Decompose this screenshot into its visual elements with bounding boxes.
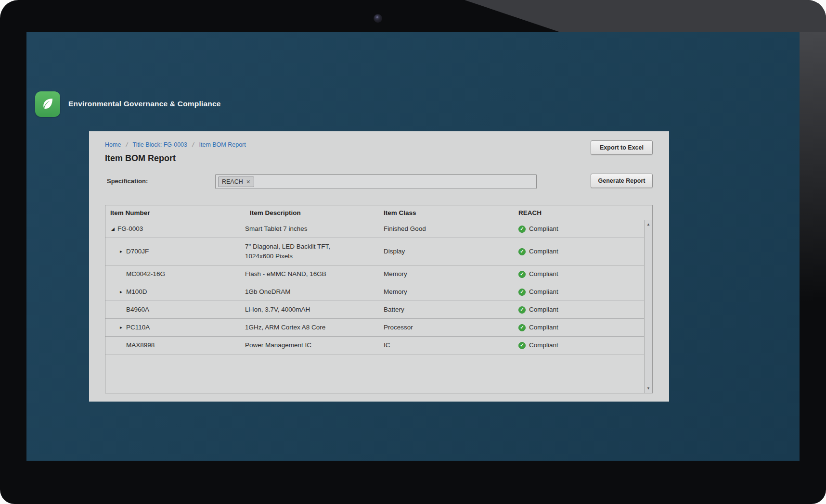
- item-class-cell: Memory: [379, 287, 514, 297]
- specification-tag: REACH ×: [218, 176, 254, 187]
- table-row[interactable]: ▸ PC110A 1GHz, ARM Cortex A8 Core Proces…: [105, 319, 644, 337]
- generate-report-button[interactable]: Generate Report: [591, 174, 653, 188]
- bezel-right-highlight: [800, 32, 826, 301]
- reach-status-cell: ✓ Compliant: [514, 323, 644, 332]
- scroll-up-icon[interactable]: ▲: [645, 221, 652, 228]
- reach-status-label: Compliant: [529, 287, 558, 297]
- specification-label: Specification:: [107, 177, 148, 185]
- reach-status-label: Compliant: [529, 340, 558, 350]
- item-number-cell: ◢ FG-0003: [105, 224, 245, 234]
- app-title: Environmental Governance & Compliance: [68, 100, 221, 108]
- reach-status-cell: ✓ Compliant: [514, 247, 644, 256]
- item-number-label: B4960A: [126, 305, 149, 315]
- reach-status-cell: ✓ Compliant: [514, 340, 644, 350]
- expand-toggle-icon[interactable]: ▸: [120, 287, 126, 297]
- scroll-down-icon[interactable]: ▼: [645, 385, 652, 392]
- compliant-check-icon: ✓: [518, 271, 526, 278]
- table-row[interactable]: ◢ FG-0003 Smart Tablet 7 inches Finished…: [105, 220, 644, 238]
- table-row[interactable]: MAX8998 Power Management IC IC ✓ Complia…: [105, 337, 644, 354]
- reach-status-label: Compliant: [529, 323, 558, 332]
- item-number-label: MC0042-16G: [126, 269, 165, 279]
- expand-toggle-icon[interactable]: ◢: [111, 224, 117, 234]
- webcam: [374, 14, 382, 23]
- column-header-item-description[interactable]: Item Description: [245, 209, 379, 216]
- app-logo: [35, 91, 60, 117]
- tag-remove-icon[interactable]: ×: [246, 178, 250, 185]
- breadcrumb-home-link[interactable]: Home: [105, 141, 121, 148]
- item-number-label: D700JF: [126, 247, 149, 256]
- screen: Environmental Governance & Compliance Ho…: [26, 32, 800, 461]
- table-row[interactable]: MC0042-16G Flash - eMMC NAND, 16GB Memor…: [105, 265, 644, 283]
- column-header-reach[interactable]: REACH: [514, 209, 652, 216]
- specification-input[interactable]: REACH ×: [215, 174, 537, 189]
- export-to-excel-button[interactable]: Export to Excel: [591, 140, 653, 155]
- table-row[interactable]: ▸ M100D 1Gb OneDRAM Memory ✓ Compliant: [105, 283, 644, 301]
- item-description-cell: Smart Tablet 7 inches: [245, 224, 379, 234]
- item-description-cell: 1Gb OneDRAM: [245, 287, 379, 297]
- vertical-scrollbar[interactable]: ▲ ▼: [644, 220, 652, 393]
- breadcrumb-title-block-link[interactable]: Title Block: FG-0003: [133, 141, 187, 148]
- expand-toggle-icon[interactable]: ▸: [120, 323, 126, 332]
- item-description-cell: 1GHz, ARM Cortex A8 Core: [245, 323, 379, 332]
- item-number-label: MAX8998: [126, 340, 155, 350]
- reach-status-label: Compliant: [529, 305, 558, 315]
- reach-status-cell: ✓ Compliant: [514, 224, 644, 234]
- reach-status-label: Compliant: [529, 224, 558, 234]
- reach-status-label: Compliant: [529, 247, 558, 256]
- compliant-check-icon: ✓: [518, 306, 526, 314]
- item-class-cell: IC: [379, 340, 514, 350]
- content-panel: Home / Title Block: FG-0003 / Item BOM R…: [89, 131, 669, 402]
- bezel-highlight: [465, 0, 826, 32]
- leaf-icon: [40, 96, 55, 113]
- item-number-cell: ▸ PC110A: [105, 323, 245, 332]
- reach-status-label: Compliant: [529, 269, 558, 279]
- item-number-label: PC110A: [126, 323, 150, 332]
- specification-tag-label: REACH: [222, 178, 243, 185]
- item-class-cell: Memory: [379, 269, 514, 279]
- item-number-label: FG-0003: [117, 224, 143, 234]
- reach-status-cell: ✓ Compliant: [514, 305, 644, 315]
- table-header: Item Number Item Description Item Class …: [105, 205, 652, 220]
- compliant-check-icon: ✓: [518, 226, 526, 233]
- compliant-check-icon: ✓: [518, 248, 526, 255]
- column-header-item-class[interactable]: Item Class: [379, 209, 514, 216]
- item-description-cell: Flash - eMMC NAND, 16GB: [245, 269, 379, 279]
- breadcrumb-separator: /: [193, 141, 194, 148]
- reach-status-cell: ✓ Compliant: [514, 287, 644, 297]
- table-body-wrap: ◢ FG-0003 Smart Tablet 7 inches Finished…: [105, 220, 652, 393]
- bom-table: Item Number Item Description Item Class …: [105, 205, 653, 393]
- item-class-cell: Display: [379, 247, 514, 256]
- breadcrumb-current-link[interactable]: Item BOM Report: [199, 141, 245, 148]
- column-header-item-number[interactable]: Item Number: [105, 209, 245, 216]
- item-number-cell: B4960A: [105, 305, 245, 315]
- item-description-cell: 7" Diagonal, LED Backlit TFT, 1024x600 P…: [245, 242, 379, 261]
- item-class-cell: Battery: [379, 305, 514, 315]
- item-number-label: M100D: [126, 287, 147, 297]
- item-number-cell: ▸ M100D: [105, 287, 245, 297]
- item-number-cell: MAX8998: [105, 340, 245, 350]
- table-row[interactable]: ▸ D700JF 7" Diagonal, LED Backlit TFT, 1…: [105, 238, 644, 265]
- page-title: Item BOM Report: [105, 153, 176, 164]
- compliant-check-icon: ✓: [518, 342, 526, 349]
- compliant-check-icon: ✓: [518, 324, 526, 331]
- item-description-cell: Power Management IC: [245, 340, 379, 350]
- item-description-cell: Li-Ion, 3.7V, 4000mAH: [245, 305, 379, 315]
- item-class-cell: Finished Good: [379, 224, 514, 234]
- table-body: ◢ FG-0003 Smart Tablet 7 inches Finished…: [105, 220, 644, 354]
- breadcrumb-separator: /: [126, 141, 128, 148]
- reach-status-cell: ✓ Compliant: [514, 269, 644, 279]
- item-number-cell: ▸ D700JF: [105, 247, 245, 256]
- item-class-cell: Processor: [379, 323, 514, 332]
- expand-toggle-icon[interactable]: ▸: [120, 247, 126, 256]
- device-frame: Environmental Governance & Compliance Ho…: [0, 0, 826, 504]
- compliant-check-icon: ✓: [518, 289, 526, 296]
- table-row[interactable]: B4960A Li-Ion, 3.7V, 4000mAH Battery ✓ C…: [105, 301, 644, 319]
- item-number-cell: MC0042-16G: [105, 269, 245, 279]
- breadcrumb: Home / Title Block: FG-0003 / Item BOM R…: [105, 141, 246, 148]
